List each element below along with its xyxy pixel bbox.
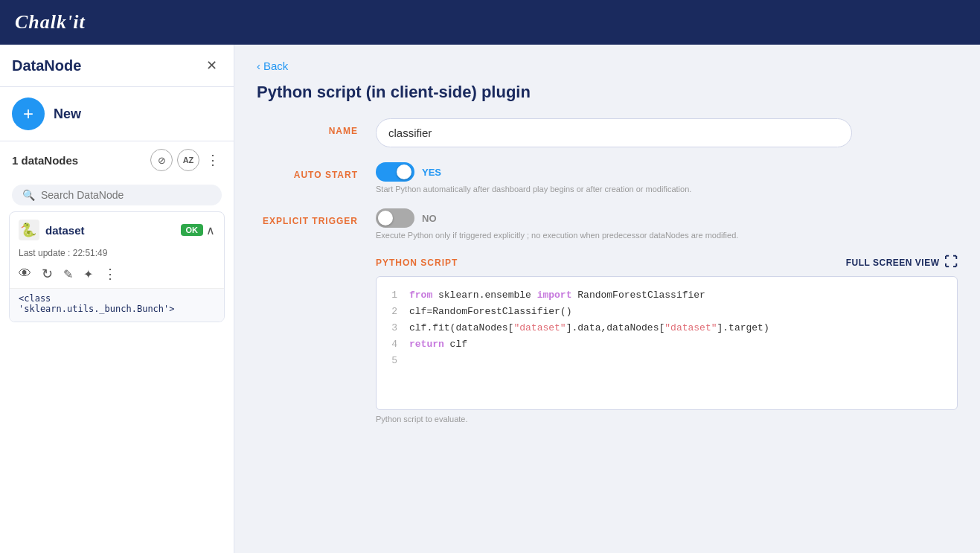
auto-start-row: AUTO START YES Start Python automaticall… <box>257 162 958 194</box>
toggle-knob <box>397 164 411 179</box>
main-layout: DataNode ✕ + New 1 dataNodes ⊘ AZ ⋮ <box>0 45 980 553</box>
new-label: New <box>54 106 81 122</box>
explicit-trigger-row: EXPLICIT TRIGGER NO Execute Python only … <box>257 208 958 240</box>
datanode-tools: ⊘ AZ ⋮ <box>150 149 222 171</box>
app-logo: Chalk'it <box>15 11 86 33</box>
sidebar-title: DataNode <box>12 57 81 74</box>
sidebar-header: DataNode ✕ <box>0 45 234 87</box>
new-btn-row: + New <box>0 87 234 141</box>
more-icon[interactable]: ⋮ <box>103 266 117 282</box>
dataset-item: 🐍 dataset OK ∧ Last update : 22:51:49 👁 … <box>9 211 225 322</box>
filter-icon: ⊘ <box>158 155 166 166</box>
explicit-trigger-hint: Execute Python only if triggered explici… <box>376 231 958 240</box>
auto-start-hint: Start Python automatically after dashboa… <box>376 185 958 194</box>
network-icon[interactable]: ✦ <box>83 267 93 281</box>
explicit-trigger-state: NO <box>422 213 437 224</box>
auto-start-label: AUTO START <box>257 162 376 180</box>
filter-button[interactable]: ⊘ <box>150 149 173 171</box>
code-text-2: clf=RandomForestClassifier() <box>409 304 571 320</box>
last-update-time: 22:51:49 <box>73 248 108 258</box>
new-datanode-button[interactable]: + <box>12 98 45 130</box>
search-row: 🔍 <box>0 179 234 211</box>
explicit-trigger-label: EXPLICIT TRIGGER <box>257 208 376 226</box>
sidebar: DataNode ✕ + New 1 dataNodes ⊘ AZ ⋮ <box>0 45 234 553</box>
search-icon: 🔍 <box>22 189 35 201</box>
more-icon: ⋮ <box>206 152 220 168</box>
code-line-2: 2 clf=RandomForestClassifier() <box>388 304 945 320</box>
code-text-1: from sklearn.ensemble import RandomFores… <box>409 287 705 304</box>
code-editor[interactable]: 1 from sklearn.ensemble import RandomFor… <box>376 276 958 410</box>
code-line-3: 3 clf.fit(dataNodes["dataset"].data,data… <box>388 320 945 336</box>
code-line-5: 5 <box>388 353 945 369</box>
app-header: Chalk'it <box>0 0 980 45</box>
sort-icon: AZ <box>183 156 194 164</box>
dataset-value: <class'sklearn.utils._bunch.Bunch'> <box>10 288 224 322</box>
ok-badge: OK <box>181 224 204 236</box>
auto-start-toggle[interactable] <box>376 162 414 182</box>
fullscreen-icon: ⛶ <box>944 255 958 270</box>
dataset-name: dataset <box>45 224 85 237</box>
toggle-slider-off <box>376 208 414 228</box>
explicit-trigger-toggle[interactable] <box>376 208 414 228</box>
search-input[interactable] <box>41 189 211 201</box>
auto-start-toggle-row: YES <box>376 162 958 182</box>
toggle-slider-on <box>376 162 414 182</box>
more-options-button[interactable]: ⋮ <box>204 151 222 169</box>
view-icon[interactable]: 👁 <box>19 266 31 281</box>
sort-button[interactable]: AZ <box>177 149 199 171</box>
datanode-count: 1 dataNodes <box>12 154 78 167</box>
datanode-count-row: 1 dataNodes ⊘ AZ ⋮ <box>0 141 234 179</box>
dataset-name-row: 🐍 dataset <box>19 220 85 240</box>
refresh-icon[interactable]: ↻ <box>42 266 53 282</box>
fullscreen-button[interactable]: FULL SCREEN VIEW ⛶ <box>846 255 958 270</box>
code-line-1: 1 from sklearn.ensemble import RandomFor… <box>388 287 945 304</box>
svg-text:🐍: 🐍 <box>20 222 37 238</box>
edit-icon[interactable]: ✎ <box>63 267 73 281</box>
dataset-top-right: OK ∧ <box>181 223 216 237</box>
page-title: Python script (in client-side) plugin <box>257 83 958 102</box>
dataset-value-text: <class'sklearn.utils._bunch.Bunch'> <box>19 293 175 314</box>
name-control <box>376 118 958 147</box>
code-hint: Python script to evaluate. <box>376 415 958 423</box>
close-button[interactable]: ✕ <box>201 55 222 76</box>
code-text-4: return clf <box>409 336 467 353</box>
last-update-label: Last update : <box>19 248 70 258</box>
code-line-4: 4 return clf <box>388 336 945 353</box>
explicit-trigger-control: NO Execute Python only if triggered expl… <box>376 208 958 240</box>
name-label: NAME <box>257 118 376 136</box>
name-row: NAME <box>257 118 958 147</box>
search-box: 🔍 <box>12 185 222 205</box>
line-num-4: 4 <box>388 336 397 353</box>
toggle-knob-off <box>378 211 393 226</box>
line-num-2: 2 <box>388 304 397 320</box>
python-icon: 🐍 <box>19 220 39 240</box>
line-num-1: 1 <box>388 287 397 304</box>
chevron-up-icon[interactable]: ∧ <box>206 223 215 237</box>
back-label: Back <box>263 60 288 72</box>
script-section: PYTHON SCRIPT FULL SCREEN VIEW ⛶ 1 from … <box>376 255 958 423</box>
python-script-label: PYTHON SCRIPT <box>376 258 458 268</box>
back-link[interactable]: ‹ Back <box>257 60 958 72</box>
dataset-actions: 👁 ↻ ✎ ✦ ⋮ <box>10 263 224 288</box>
explicit-trigger-toggle-row: NO <box>376 208 958 228</box>
right-panel: ‹ Back Python script (in client-side) pl… <box>234 45 980 553</box>
code-text-3: clf.fit(dataNodes["dataset"].data,dataNo… <box>409 320 769 336</box>
dataset-meta: Last update : 22:51:49 <box>10 248 224 263</box>
line-num-3: 3 <box>388 320 397 336</box>
auto-start-control: YES Start Python automatically after das… <box>376 162 958 194</box>
line-num-5: 5 <box>388 353 397 369</box>
name-input[interactable] <box>376 118 852 147</box>
script-header: PYTHON SCRIPT FULL SCREEN VIEW ⛶ <box>376 255 958 270</box>
auto-start-state: YES <box>422 167 441 178</box>
dataset-top: 🐍 dataset OK ∧ <box>10 212 224 248</box>
back-chevron-icon: ‹ <box>257 60 260 72</box>
fullscreen-label: FULL SCREEN VIEW <box>846 258 940 268</box>
